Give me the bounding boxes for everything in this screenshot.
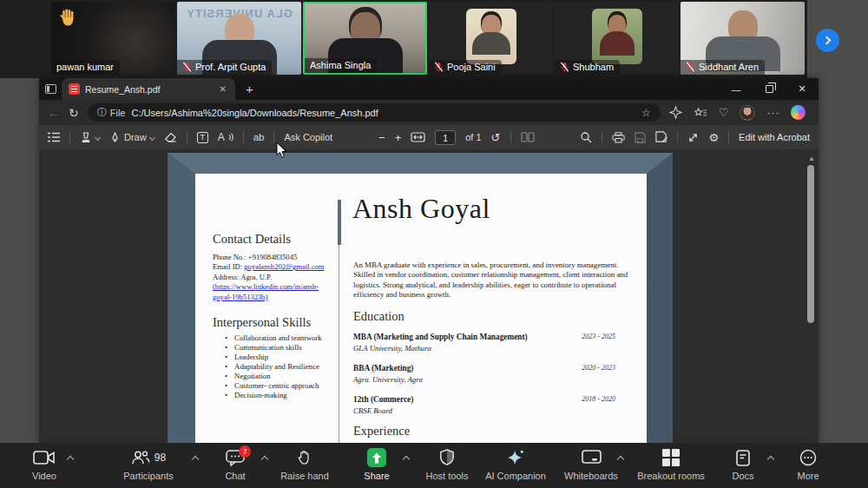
highlighter-tool-button[interactable] [80,131,100,143]
contact-phone: Phone No.: +919084835045 [213,253,336,263]
participant-name: Shubham [573,62,614,72]
video-tile[interactable]: pawan kumar [51,2,175,75]
table-of-contents-icon[interactable] [48,132,60,142]
participants-button[interactable]: 98 Participants [109,449,187,481]
bookmark-star-icon[interactable]: ☆ [641,107,651,119]
window-minimize-button[interactable]: — [720,78,753,100]
highlighter-icon [80,131,92,143]
more-label: More [797,471,819,481]
browser-tab[interactable]: Resume_Ansh.pdf ✕ [62,78,235,100]
scrollbar-thumb[interactable] [807,165,814,323]
fit-to-width-icon[interactable] [411,132,425,142]
video-button[interactable]: Video [5,449,83,481]
mic-off-icon [182,62,192,72]
pdf-toolbar: Draw T A ab Ask Copilot − + 1 of 1 ↺ [39,125,819,149]
window-restore-button[interactable] [753,78,786,100]
video-gallery-strip: pawan kumar GLA UNIVERSITY Prof. Arpit G… [0,0,807,78]
contact-email-link[interactable]: goyalansh202@gmail.com [244,262,324,271]
participant-avatar [466,9,516,64]
contact-linkedin-link[interactable]: (https://www.linkedin.com/in/ansh-goyal-… [213,282,336,302]
share-screen-button[interactable]: Share [338,449,416,481]
add-text-button[interactable]: T [197,132,208,143]
whiteboards-button[interactable]: Whiteboards [552,449,630,481]
scroll-up-arrow[interactable]: ▲ [808,155,815,162]
info-icon: ⓘ [97,106,107,119]
breakout-rooms-button[interactable]: Breakout rooms [632,449,710,481]
skills-heading: Interpersonal Skills [213,318,343,327]
docs-label: Docs [732,471,753,481]
edit-with-acrobat-button[interactable]: Edit with Acrobat [739,132,810,142]
file-scheme-badge: ⓘ File [97,106,126,119]
video-tile-active-speaker[interactable]: Ashima Singla [303,2,427,75]
raise-hand-label: Raise hand [280,471,329,481]
skill-item: Decision-making [234,391,323,400]
browser-address-bar: ← ↻ ⓘ File C:/Users/Ashima%20singla/Down… [39,100,819,125]
restore-icon [766,85,773,93]
share-label: Share [364,471,389,481]
skill-item: Adaptability and Resilience [234,362,323,372]
chat-button[interactable]: 7 Chat [196,449,274,481]
url-field[interactable]: ⓘ File C:/Users/Ashima%20singla/Download… [88,103,661,122]
profile-avatar[interactable] [740,105,755,121]
browser-menu-button[interactable]: ··· [766,107,779,119]
page-view-icon[interactable] [521,132,535,142]
chevron-down-icon [95,134,101,140]
participant-name: Pooja Saini [447,62,496,72]
pdf-file-icon [69,83,80,95]
pdf-scrollbar[interactable]: ▲ [806,153,816,443]
profile-summary: An MBA graduate with experience in sales… [353,260,640,300]
more-button[interactable]: More [769,449,847,481]
fullscreen-icon[interactable] [687,132,699,143]
pdf-settings-gear-icon[interactable]: ⚙ [708,131,719,144]
ask-copilot-button[interactable]: Ask Copilot [284,132,332,142]
video-tile[interactable]: Shubham [555,2,679,75]
new-tab-button[interactable]: + [246,82,253,96]
video-tile[interactable]: Pooja Saini [429,2,553,75]
translate-button[interactable]: ab [253,132,265,142]
window-close-button[interactable]: ✕ [786,78,819,100]
pen-icon [109,132,121,143]
video-tile[interactable]: Siddhant Aren [681,2,805,75]
tab-actions-menu-button[interactable] [39,84,62,94]
title-accent-bar [338,200,341,245]
video-tile[interactable]: GLA UNIVERSITY Prof. Arpit Gupta [177,2,301,75]
host-tools-button[interactable]: Host tools [408,449,486,481]
eraser-icon[interactable] [164,132,177,143]
refresh-button[interactable]: ↻ [69,106,79,120]
next-participants-button[interactable] [816,29,839,52]
page-number-input[interactable]: 1 [435,130,456,145]
draw-label: Draw [124,132,147,142]
draw-tool-button[interactable]: Draw [109,132,155,143]
search-icon[interactable] [580,131,592,143]
tab-close-button[interactable]: ✕ [218,84,228,94]
participant-name: Ashima Singla [310,60,371,70]
rotate-button[interactable]: ↺ [491,131,501,144]
print-icon[interactable] [612,132,625,143]
skills-section: Interpersonal Skills •Collaboration and … [213,318,343,400]
ai-companion-label: AI Companion [485,471,546,481]
ai-companion-button[interactable]: AI Companion [477,449,555,481]
save-as-icon[interactable] [655,131,667,143]
contact-address: Address: Agra, U.P. [213,273,336,283]
favorites-icon[interactable] [694,107,707,119]
zoom-in-button[interactable]: + [395,131,402,144]
participants-icon [131,450,150,465]
save-icon[interactable] [635,132,646,143]
breakout-rooms-icon [662,449,680,466]
chat-unread-badge: 7 [239,445,251,458]
more-icon [799,449,817,466]
tab-title: Resume_Ansh.pdf [85,84,213,95]
browser-essentials-icon[interactable]: ♡ [719,106,729,119]
back-button[interactable]: ← [48,106,60,120]
url-text: C:/Users/Ashima%20singla/Downloads/Resum… [131,108,635,118]
participant-avatar [592,9,642,64]
zoom-out-button[interactable]: − [378,131,385,144]
raise-hand-button[interactable]: Raise hand [266,449,344,481]
read-aloud-button[interactable]: A [218,131,233,143]
pdf-viewer[interactable]: Ansh Goyal Contact Details Phone No.: +9… [39,149,819,443]
contact-email-label: Email ID: [213,262,244,271]
split-screen-icon[interactable] [669,106,682,119]
copilot-icon[interactable] [791,105,806,120]
contact-heading: Contact Details [213,234,336,245]
host-tools-label: Host tools [426,471,469,481]
